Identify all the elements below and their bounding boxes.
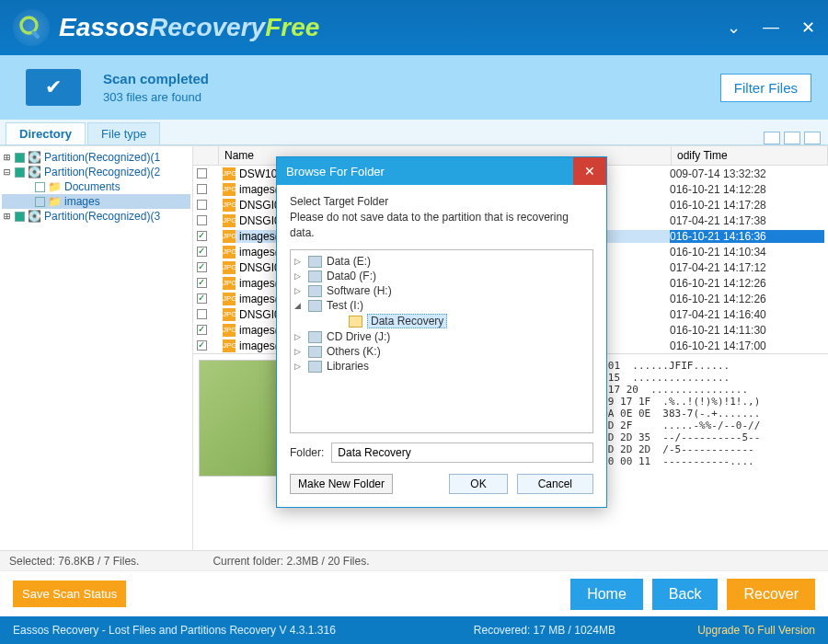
monitor-icon: ✔ [17, 63, 90, 112]
folder-node[interactable]: ▷Data (E:) [294, 254, 589, 269]
window-minimize-icon[interactable]: — [763, 17, 779, 38]
folder-node[interactable]: ▷Data0 (F:) [294, 269, 589, 283]
view-large-icon[interactable] [764, 132, 780, 144]
modify-time: 017-04-21 14:17:12 [670, 261, 824, 274]
save-scan-status-button[interactable]: Save Scan Status [13, 581, 126, 607]
folder-node[interactable]: Data Recovery [294, 313, 589, 329]
window-close-icon[interactable]: ✕ [801, 17, 815, 38]
footer-version: Eassos Recovery - Lost Files and Partiti… [13, 624, 336, 637]
folder-input[interactable] [331, 443, 593, 463]
drive-icon [308, 285, 322, 297]
selected-info: Selected: 76.8KB / 7 Files. [9, 555, 139, 568]
folder-name: CD Drive (J:) [327, 330, 390, 343]
home-button[interactable]: Home [570, 579, 643, 610]
recovered-info: Recovered: 17 MB / 1024MB [474, 624, 615, 637]
directory-tree[interactable]: ⊞💽Partition(Recognized)(1 ⊟💽Partition(Re… [0, 146, 193, 550]
folder-name: Software (H:) [327, 284, 392, 297]
folder-icon [349, 316, 362, 328]
upgrade-link[interactable]: Upgrade To Full Version [697, 624, 815, 637]
row-checkbox[interactable] [197, 309, 207, 319]
ok-button[interactable]: OK [449, 474, 507, 494]
selection-bar: Selected: 76.8KB / 7 Files. Current fold… [0, 550, 828, 570]
jpg-icon: JPG [223, 293, 236, 305]
window-collapse-icon[interactable]: ⌄ [727, 17, 741, 38]
drive-icon [308, 300, 322, 312]
modify-time: 009-07-14 13:32:32 [670, 167, 824, 180]
tab-file-type[interactable]: File type [87, 122, 160, 144]
row-checkbox[interactable] [197, 231, 207, 241]
app-brand: EassosRecoveryFree [59, 13, 319, 42]
folder-name: Test (I:) [327, 299, 363, 312]
jpg-icon: JPG [223, 277, 236, 290]
browse-folder-dialog: Browse For Folder ✕ Select Target Folder… [276, 156, 607, 508]
filter-files-button[interactable]: Filter Files [720, 74, 811, 102]
jpg-icon: JPG [223, 183, 236, 196]
folder-node[interactable]: ▷Others (K:) [294, 344, 589, 359]
drive-icon [308, 346, 322, 358]
back-button[interactable]: Back [652, 579, 719, 610]
folder-name: Others (K:) [327, 345, 381, 358]
row-checkbox[interactable] [197, 215, 207, 225]
folder-label: Folder: [290, 446, 324, 459]
lib-icon [308, 361, 322, 373]
jpg-icon: JPG [223, 167, 236, 180]
dialog-close-icon[interactable]: ✕ [573, 157, 606, 185]
drive-icon [308, 270, 322, 282]
row-checkbox[interactable] [197, 262, 207, 272]
view-details-icon[interactable] [804, 132, 821, 144]
folder-name: Data Recovery [367, 314, 447, 328]
cancel-button[interactable]: Cancel [517, 474, 593, 494]
jpg-icon: JPG [223, 246, 236, 259]
modify-time: 017-04-21 14:16:40 [670, 308, 824, 321]
title-bar: EassosRecoveryFree ⌄ — ✕ [0, 0, 828, 55]
folder-name: Data (E:) [327, 255, 371, 268]
folder-name: Data0 (F:) [327, 270, 376, 282]
tab-directory[interactable]: Directory [6, 122, 86, 144]
row-checkbox[interactable] [197, 325, 207, 335]
scan-status: Scan completed [103, 71, 209, 86]
jpg-icon: JPG [223, 261, 236, 274]
row-checkbox[interactable] [197, 293, 207, 304]
jpg-icon: JPG [223, 230, 236, 243]
modify-time: 016-10-21 14:10:34 [670, 246, 824, 259]
row-checkbox[interactable] [197, 200, 207, 210]
app-logo-icon [13, 9, 50, 46]
modify-time: 016-10-21 14:16:36 [670, 230, 824, 243]
row-checkbox[interactable] [197, 168, 207, 178]
dialog-title-bar[interactable]: Browse For Folder ✕ [277, 157, 606, 185]
jpg-icon: JPG [223, 308, 236, 321]
jpg-icon: JPG [223, 339, 236, 352]
modify-time: 016-10-21 14:12:28 [670, 183, 824, 196]
jpg-icon: JPG [223, 324, 236, 337]
current-folder-info: Current folder: 2.3MB / 20 Files. [213, 555, 369, 568]
modify-time: 016-10-21 14:11:30 [670, 324, 824, 337]
drive-icon [308, 331, 322, 343]
status-row: ✔ Scan completed 303 files are found Fil… [0, 55, 828, 120]
dialog-msg1: Select Target Folder [290, 194, 593, 210]
recover-button[interactable]: Recover [727, 579, 815, 610]
folder-node[interactable]: ▷Software (H:) [294, 283, 589, 298]
modify-time: 016-10-21 14:12:26 [670, 277, 824, 290]
modify-time: 017-04-21 14:17:38 [670, 214, 824, 227]
folder-node[interactable]: ▷CD Drive (J:) [294, 329, 589, 344]
folder-tree[interactable]: ▷Data (E:)▷Data0 (F:)▷Software (H:)◢Test… [290, 249, 593, 433]
row-checkbox[interactable] [197, 184, 207, 194]
folder-name: Libraries [327, 360, 369, 373]
tabs: Directory File type [0, 120, 828, 145]
drive-icon [308, 256, 322, 268]
folder-node[interactable]: ▷Libraries [294, 359, 589, 374]
svg-point-0 [21, 17, 37, 33]
modify-time: 016-10-21 14:12:26 [670, 293, 824, 305]
modify-time: 016-10-21 14:17:28 [670, 199, 824, 212]
folder-node[interactable]: ◢Test (I:) [294, 298, 589, 313]
make-new-folder-button[interactable]: Make New Folder [290, 474, 393, 494]
dialog-msg2: Please do not save data to the partition… [290, 210, 593, 241]
view-list-icon[interactable] [784, 132, 800, 144]
modify-time: 016-10-21 14:17:00 [670, 339, 824, 352]
dialog-title: Browse For Folder [286, 165, 385, 178]
row-checkbox[interactable] [197, 278, 207, 288]
row-checkbox[interactable] [197, 247, 207, 257]
files-found: 303 files are found [103, 90, 209, 104]
row-checkbox[interactable] [197, 340, 207, 351]
jpg-icon: JPG [223, 199, 236, 212]
